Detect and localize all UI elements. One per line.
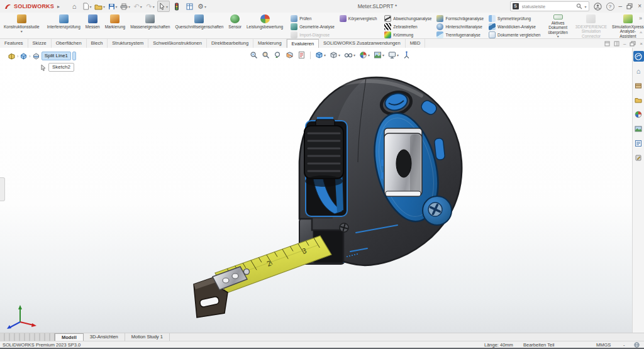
ribbon-button-trennfugenanalyse[interactable]: Trennfugenanalyse <box>436 31 484 38</box>
ribbon-button-abweichungsanalyse[interactable]: Abweichungsanalyse <box>384 15 431 22</box>
tab-blech[interactable]: Blech <box>87 39 108 48</box>
search-icon[interactable] <box>576 3 582 9</box>
ribbon-button-geometrie-analyse[interactable]: Geometrie-Analyse <box>291 23 335 30</box>
search-dropdown-arrow[interactable]: ▾ <box>585 4 587 9</box>
graphics-viewport[interactable]: › › Split Line1 Sketch2 ▾ ▾ ▾ ▾ <box>0 48 644 333</box>
ribbon-button-pruefen[interactable]: Prüfen <box>291 15 335 22</box>
open-button[interactable]: ▾ <box>94 1 106 11</box>
tab-schweisskonstruktionen[interactable]: Schweißkonstruktionen <box>148 39 207 48</box>
resources-tab[interactable]: ⌂ <box>633 65 644 76</box>
ribbon-button-leistungsbewertung[interactable]: Leistungsbewertung <box>244 13 286 38</box>
design-library-tab[interactable] <box>633 80 644 91</box>
breadcrumb-sketch-label[interactable]: Sketch2 <box>48 63 74 72</box>
custom-properties-tab[interactable] <box>633 138 644 148</box>
ribbon-button-masseneigenschaften[interactable]: Masseneigenschaften <box>128 13 172 38</box>
doc-restore-button[interactable] <box>630 41 636 47</box>
units-selector[interactable]: MMGS <box>596 342 611 348</box>
solidworks-logo[interactable]: SOLIDWORKS ▸ <box>0 3 69 11</box>
ribbon-button-messen[interactable]: Messen <box>83 13 103 38</box>
tab-direktbearbeitung[interactable]: Direktbearbeitung <box>207 39 253 48</box>
ribbon-button-formschraegeanalyse[interactable]: Formschrägeanalyse <box>436 15 484 22</box>
tab-oberflaechen[interactable]: Oberflächen <box>52 39 87 48</box>
apply-scene-button[interactable]: ▾ <box>373 50 385 60</box>
tab-skizze[interactable]: Skizze <box>28 39 52 48</box>
home-button[interactable]: ⌂ <box>69 1 80 11</box>
ribbon-button-zebrastreifen[interactable]: Zebrastreifen <box>384 23 431 30</box>
zoom-to-area-button[interactable] <box>261 50 270 60</box>
view-palette-tab[interactable] <box>633 123 644 134</box>
ribbon-collapse-button[interactable]: ^ <box>640 30 642 36</box>
minimize-button[interactable]: – <box>619 0 623 13</box>
edit-mode-label: Bearbeiten Teil <box>523 342 554 348</box>
edit-appearance-button[interactable]: ▾ <box>358 50 370 60</box>
ribbon-button-sensor[interactable]: Sensor <box>226 13 244 38</box>
status-globe-icon[interactable] <box>634 342 640 348</box>
ribbon-button-symmetriepruefung[interactable]: Symmetrieprüfung <box>489 15 540 22</box>
file-explorer-tab[interactable] <box>633 94 644 105</box>
section-view-button[interactable] <box>285 50 294 60</box>
part-icon[interactable] <box>8 52 16 60</box>
slide-lock <box>304 117 347 216</box>
ribbon-button-hinterschnittanalyse[interactable]: Hinterschnittanalyse <box>436 23 484 30</box>
print-button[interactable]: ▾ <box>119 1 131 11</box>
dropdown-arrow[interactable]: ▾ <box>21 30 23 33</box>
options-button[interactable]: ⚙▾ <box>196 1 208 11</box>
sensor-icon <box>230 14 240 23</box>
ribbon-overflow-button[interactable]: » <box>639 15 642 21</box>
restore-button[interactable] <box>626 3 633 9</box>
rebuild-button[interactable] <box>171 1 182 11</box>
ribbon-button-3dexperience-simulation: 3DEXPERIENCE Simulation Connector <box>573 13 609 38</box>
feature-tree-collapsed-tab[interactable] <box>0 177 5 201</box>
ribbon-column-analysis2: Formschrägeanalyse Hinterschnittanalyse … <box>434 13 486 38</box>
pane-preview-icon[interactable] <box>604 41 610 47</box>
display-style-button[interactable]: ▾ <box>329 50 341 60</box>
3dexperience-tab[interactable] <box>633 51 644 62</box>
ribbon-button-querschnittseigenschaften[interactable]: Querschnittseigenschaften <box>172 13 226 38</box>
appearances-tab[interactable] <box>633 109 644 119</box>
previous-view-button[interactable] <box>273 50 282 60</box>
tab-features[interactable]: Features <box>0 39 28 48</box>
ribbon-button-kruemmung[interactable]: Krümmung <box>384 31 431 38</box>
pane-preview-icon-2[interactable] <box>614 41 619 47</box>
zoom-to-fit-button[interactable] <box>249 50 258 60</box>
tape-measure-model[interactable]: 3 2 <box>176 68 478 332</box>
3d-drawing-view-button[interactable] <box>402 50 411 60</box>
dynamic-annotation-views-button[interactable] <box>297 50 306 60</box>
view-orientation-button[interactable]: ▾ <box>314 50 326 60</box>
search-box[interactable]: S ▾ <box>510 1 589 11</box>
close-button[interactable]: × <box>638 0 641 13</box>
save-button[interactable]: ▾ <box>107 1 118 11</box>
dropdown-arrow[interactable]: ▾ <box>557 35 559 38</box>
ribbon-button-koerpervergleich[interactable]: Körpervergleich <box>340 15 377 22</box>
save-icon <box>108 3 115 10</box>
undo-button[interactable]: ↶▾ <box>132 1 143 11</box>
ribbon-button-konstruktionsstudie[interactable]: Konstruktionsstudie ▾ <box>1 13 42 38</box>
new-document-button[interactable]: ▾ <box>81 1 92 11</box>
ribbon-button-aktives-dokument[interactable]: Aktives Dokument überprüfen▾ <box>545 13 570 38</box>
split-line-feature-icon[interactable] <box>32 52 40 60</box>
redo-button[interactable]: ↷▾ <box>145 1 156 11</box>
ribbon-button-wanddicken-analyse[interactable]: Wanddicken-Analyse <box>489 23 540 30</box>
menu-expand-arrow[interactable]: ▸ <box>57 4 60 9</box>
breadcrumb-feature-label[interactable]: Split Line1 <box>42 52 71 60</box>
ribbon-button-interferenzpruefung[interactable]: Interferenzprüfung <box>45 13 83 38</box>
search-input[interactable] <box>521 3 574 10</box>
help-icon[interactable]: ? <box>606 3 614 11</box>
tab-mbd[interactable]: MBD <box>406 39 426 48</box>
breadcrumb-handle[interactable] <box>72 52 76 60</box>
forum-tab[interactable] <box>633 152 644 163</box>
tab-zusatzanwendungen[interactable]: SOLIDWORKS Zusatzanwendungen <box>319 39 406 48</box>
tab-markierung[interactable]: Markierung <box>253 39 287 48</box>
file-properties-button[interactable] <box>184 1 195 11</box>
view-settings-button[interactable]: ▾ <box>387 50 399 60</box>
tab-evaluieren[interactable]: Evaluieren <box>287 39 319 48</box>
hide-show-items-button[interactable]: ▾ <box>343 50 356 60</box>
solid-body-icon[interactable] <box>19 52 28 60</box>
tab-struktursystem[interactable]: Struktursystem <box>108 39 148 48</box>
login-icon[interactable] <box>594 3 602 11</box>
doc-minimize-button[interactable]: – <box>623 40 626 48</box>
ribbon-button-markierung[interactable]: Markierung <box>103 13 128 38</box>
doc-close-button[interactable]: × <box>640 40 643 48</box>
ribbon-button-dokumente-vergleichen[interactable]: Dokumente vergleichen <box>489 31 540 38</box>
select-tool-button[interactable]: ▾ <box>157 1 170 12</box>
